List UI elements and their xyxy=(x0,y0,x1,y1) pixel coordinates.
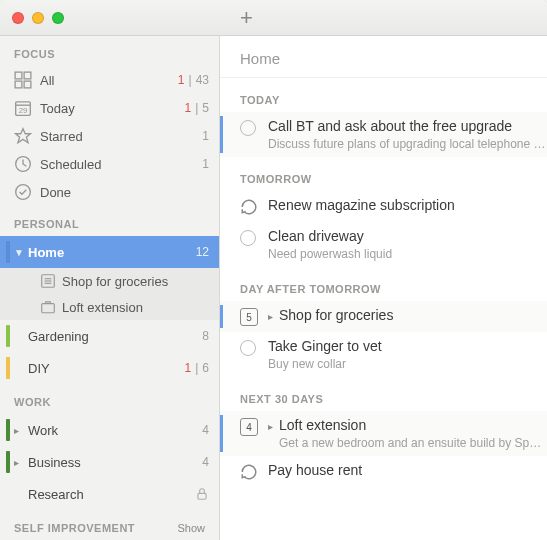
color-stripe xyxy=(6,451,10,473)
date-badge: 4 xyxy=(240,418,258,436)
page-title: Home xyxy=(220,36,547,78)
sub-shop-groceries[interactable]: Shop for groceries xyxy=(0,268,219,294)
task-row[interactable]: 4▸Loft extensionGet a new bedroom and an… xyxy=(220,411,547,456)
close-button[interactable] xyxy=(12,12,24,24)
color-stripe xyxy=(6,357,10,379)
task-checkbox[interactable] xyxy=(240,120,256,136)
list-label: Home xyxy=(28,245,196,260)
svg-text:29: 29 xyxy=(19,106,28,115)
task-note: Buy new collar xyxy=(268,357,547,371)
task-note: Get a new bedroom and an ensuite build b… xyxy=(279,436,547,450)
section-self-improvement: SELF IMPROVEMENT Show xyxy=(0,510,219,540)
color-stripe xyxy=(6,419,10,441)
list-icon xyxy=(40,273,56,289)
repeat-icon[interactable] xyxy=(240,198,258,216)
titlebar: + xyxy=(0,0,547,36)
list-business[interactable]: ▸ Business 4 xyxy=(0,446,219,478)
sub-label: Shop for groceries xyxy=(62,274,209,289)
sub-loft-extension[interactable]: Loft extension xyxy=(0,294,219,320)
list-research[interactable]: Research xyxy=(0,478,219,510)
group-header: DAY AFTER TOMORROW xyxy=(220,267,547,301)
task-row[interactable]: Take Ginger to vetBuy new collar xyxy=(220,332,547,377)
main-pane: Home TODAYCall BT and ask about the free… xyxy=(220,36,547,540)
sidebar: FOCUS All 1|43 29 Today 1|5 Starred 1 Sc… xyxy=(0,36,220,540)
list-label: Gardening xyxy=(28,329,202,344)
task-note: Need powerwash liquid xyxy=(268,247,547,261)
nav-done[interactable]: Done xyxy=(0,178,219,206)
task-checkbox[interactable] xyxy=(240,230,256,246)
task-title: Shop for groceries xyxy=(279,307,547,323)
task-title: Renew magazine subscription xyxy=(268,197,547,213)
svg-point-9 xyxy=(16,185,31,200)
clock-icon xyxy=(14,155,32,173)
calendar-icon: 29 xyxy=(14,99,32,117)
color-stripe xyxy=(6,241,10,263)
color-stripe xyxy=(6,325,10,347)
nav-label: All xyxy=(40,73,178,88)
task-row[interactable]: Call BT and ask about the free upgradeDi… xyxy=(220,112,547,157)
color-stripe xyxy=(6,483,10,505)
sub-label: Loft extension xyxy=(62,300,209,315)
task-title: Clean driveway xyxy=(268,228,547,244)
svg-marker-7 xyxy=(16,129,31,143)
svg-rect-3 xyxy=(24,81,31,88)
star-icon xyxy=(14,127,32,145)
section-focus: FOCUS xyxy=(0,36,219,66)
task-title: Take Ginger to vet xyxy=(268,338,547,354)
task-row[interactable]: Clean drivewayNeed powerwash liquid xyxy=(220,222,547,267)
nav-label: Scheduled xyxy=(40,157,202,172)
list-label: Research xyxy=(28,487,195,502)
minimize-button[interactable] xyxy=(32,12,44,24)
task-title: Call BT and ask about the free upgrade xyxy=(268,118,547,134)
date-badge: 5 xyxy=(240,308,258,326)
nav-label: Starred xyxy=(40,129,202,144)
task-title: Loft extension xyxy=(279,417,547,433)
nav-starred[interactable]: Starred 1 xyxy=(0,122,219,150)
briefcase-icon xyxy=(40,299,56,315)
group-header: NEXT 30 DAYS xyxy=(220,377,547,411)
list-gardening[interactable]: Gardening 8 xyxy=(0,320,219,352)
nav-today[interactable]: 29 Today 1|5 xyxy=(0,94,219,122)
nav-all[interactable]: All 1|43 xyxy=(0,66,219,94)
show-toggle[interactable]: Show xyxy=(177,522,205,534)
grid-icon xyxy=(14,71,32,89)
section-personal: PERSONAL xyxy=(0,206,219,236)
svg-rect-15 xyxy=(198,493,206,499)
task-row[interactable]: 5▸Shop for groceries xyxy=(220,301,547,332)
zoom-button[interactable] xyxy=(52,12,64,24)
add-button[interactable]: + xyxy=(240,5,253,31)
tasks-list: TODAYCall BT and ask about the free upgr… xyxy=(220,78,547,540)
svg-rect-2 xyxy=(15,81,22,88)
nav-scheduled[interactable]: Scheduled 1 xyxy=(0,150,219,178)
task-note: Discuss future plans of upgrading local … xyxy=(268,137,547,151)
list-label: DIY xyxy=(28,361,185,376)
repeat-icon[interactable] xyxy=(240,463,258,481)
list-work[interactable]: ▸ Work 4 xyxy=(0,414,219,446)
svg-rect-0 xyxy=(15,72,22,79)
list-diy[interactable]: DIY 1|6 xyxy=(0,352,219,384)
chevron-right-icon[interactable]: ▸ xyxy=(268,421,273,432)
chevron-right-icon[interactable]: ▸ xyxy=(14,425,24,436)
lock-icon xyxy=(195,487,209,501)
section-work: WORK xyxy=(0,384,219,414)
nav-label: Today xyxy=(40,101,185,116)
list-label: Work xyxy=(28,423,202,438)
task-row[interactable]: Renew magazine subscription xyxy=(220,191,547,222)
task-row[interactable]: Pay house rent xyxy=(220,456,547,487)
group-header: TOMORROW xyxy=(220,157,547,191)
chevron-right-icon[interactable]: ▸ xyxy=(268,311,273,322)
nav-label: Done xyxy=(40,185,209,200)
svg-rect-14 xyxy=(42,304,55,313)
svg-rect-1 xyxy=(24,72,31,79)
list-label: Business xyxy=(28,455,202,470)
chevron-down-icon[interactable]: ▼ xyxy=(14,247,24,258)
task-title: Pay house rent xyxy=(268,462,547,478)
check-circle-icon xyxy=(14,183,32,201)
list-home[interactable]: ▼ Home 12 xyxy=(0,236,219,268)
chevron-right-icon[interactable]: ▸ xyxy=(14,457,24,468)
task-checkbox[interactable] xyxy=(240,340,256,356)
group-header: TODAY xyxy=(220,78,547,112)
